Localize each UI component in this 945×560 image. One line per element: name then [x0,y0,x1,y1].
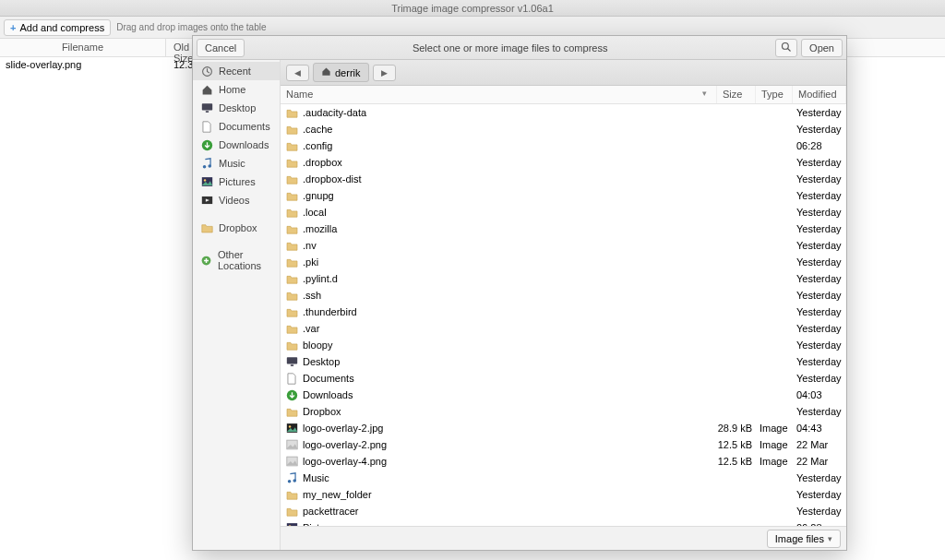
sidebar-separator [193,209,280,219]
file-row[interactable]: .pylint.dYesterday [281,270,846,287]
file-name: .audacity-data [303,107,717,118]
col-header-name[interactable]: Name ▾ [281,86,717,103]
home-icon [321,66,331,78]
file-name: packettracer [303,506,717,517]
sidebar-item-label: Videos [219,195,249,206]
svg-point-7 [208,164,211,168]
file-row[interactable]: .sshYesterday [281,287,846,304]
file-row[interactable]: bloopyYesterday [281,337,846,353]
file-row[interactable]: DropboxYesterday [281,403,846,420]
file-modified: Yesterday [793,506,846,517]
sidebar-separator [193,237,280,246]
sidebar-item-music[interactable]: Music [193,154,280,173]
dialog-body: RecentHomeDesktopDocumentsDownloadsMusic… [193,60,846,550]
places-sidebar: RecentHomeDesktopDocumentsDownloadsMusic… [193,60,281,550]
file-row[interactable]: Pictures06:28 [281,519,846,526]
file-row[interactable]: .localYesterday [281,204,846,220]
bg-col-filename[interactable]: Filename [0,39,166,56]
file-name: .local [303,207,717,218]
file-name: my_new_folder [303,489,717,500]
file-modified: 06:28 [793,140,846,151]
dialog-titlebar: Cancel Select one or more image files to… [193,36,846,60]
file-modified: Yesterday [793,290,846,301]
file-row[interactable]: logo-overlay-2.jpg28.9 kBImage04:43 [281,420,846,436]
sidebar-item-other-locations[interactable]: Other Locations [193,246,280,274]
file-row[interactable]: .dropboxYesterday [281,154,846,171]
file-modified: Yesterday [793,107,846,118]
file-name: .mozilla [303,223,717,234]
file-modified: Yesterday [793,373,846,384]
file-name: .nv [303,240,717,251]
file-name: Music [303,472,717,483]
file-name: Dropbox [303,406,717,417]
file-row[interactable]: packettracerYesterday [281,503,846,519]
file-row[interactable]: .thunderbirdYesterday [281,304,846,320]
chevron-right-icon: ▶ [381,68,388,77]
file-modified: Yesterday [793,323,846,334]
file-row[interactable]: .pkiYesterday [281,254,846,270]
add-compress-button[interactable]: + Add and compress [4,19,111,36]
file-modified: 04:03 [793,389,846,400]
file-row[interactable]: .gnupgYesterday [281,187,846,204]
svg-point-16 [288,425,290,427]
file-size: 12.5 kB [717,456,756,467]
sidebar-item-videos[interactable]: Videos [193,191,280,209]
file-row[interactable]: DocumentsYesterday [281,370,846,387]
file-modified: Yesterday [793,340,846,351]
folder-icon [284,108,299,118]
svg-point-9 [203,179,205,181]
sidebar-item-label: Dropbox [219,222,257,233]
file-modified: Yesterday [793,173,846,185]
file-modified: Yesterday [793,223,846,234]
col-header-type[interactable]: Type [756,86,793,103]
file-modified: 04:43 [793,423,846,434]
file-filter-dropdown[interactable]: Image files ▾ [767,530,841,548]
sidebar-item-recent[interactable]: Recent [193,62,280,80]
file-row[interactable]: logo-overlay-4.png12.5 kBImage22 Mar [281,453,846,470]
file-row[interactable]: .dropbox-distYesterday [281,171,846,187]
file-list[interactable]: .audacity-dataYesterday.cacheYesterday.c… [281,104,846,526]
down-icon [284,389,299,401]
dialog-status-bar: Image files ▾ [281,526,846,550]
svg-point-6 [203,164,207,168]
file-row[interactable]: logo-overlay-2.png12.5 kBImage22 Mar [281,436,846,453]
file-row[interactable]: .config06:28 [281,137,846,154]
col-header-modified[interactable]: Modified [793,86,846,103]
main-title: Trimage image compressor v1.06a1 [391,3,554,14]
music-icon [284,472,299,484]
open-button[interactable]: Open [801,39,843,57]
file-row[interactable]: .cacheYesterday [281,121,846,137]
sidebar-item-home[interactable]: Home [193,80,280,99]
sidebar-item-pictures[interactable]: Pictures [193,173,280,191]
file-name: .dropbox-dist [303,173,717,185]
music-icon [200,157,213,170]
file-filter-label: Image files [775,533,824,544]
col-header-size[interactable]: Size [717,86,756,103]
file-modified: Yesterday [793,406,846,417]
video-icon [200,194,213,207]
search-icon [781,42,792,54]
file-row[interactable]: MusicYesterday [281,470,846,486]
svg-point-20 [293,479,296,483]
sidebar-item-dropbox[interactable]: Dropbox [193,219,280,237]
file-row[interactable]: .varYesterday [281,320,846,337]
file-row[interactable]: DesktopYesterday [281,353,846,370]
file-row[interactable]: Downloads04:03 [281,387,846,403]
file-row[interactable]: .mozillaYesterday [281,220,846,237]
search-button[interactable] [775,39,797,57]
file-size: 12.5 kB [717,439,756,450]
cancel-button[interactable]: Cancel [197,39,245,57]
file-row[interactable]: my_new_folderYesterday [281,486,846,503]
folder-icon [284,291,299,301]
sidebar-item-downloads[interactable]: Downloads [193,136,280,154]
path-forward-button[interactable]: ▶ [373,65,396,81]
sidebar-item-desktop[interactable]: Desktop [193,99,280,117]
path-segment-home[interactable]: derrik [313,63,369,82]
file-name: logo-overlay-4.png [303,456,717,467]
file-row[interactable]: .nvYesterday [281,237,846,254]
folder-icon [284,307,299,317]
path-back-button[interactable]: ◀ [286,65,309,81]
file-row[interactable]: .audacity-dataYesterday [281,104,846,121]
sidebar-item-documents[interactable]: Documents [193,117,280,136]
file-name: .gnupg [303,190,717,201]
